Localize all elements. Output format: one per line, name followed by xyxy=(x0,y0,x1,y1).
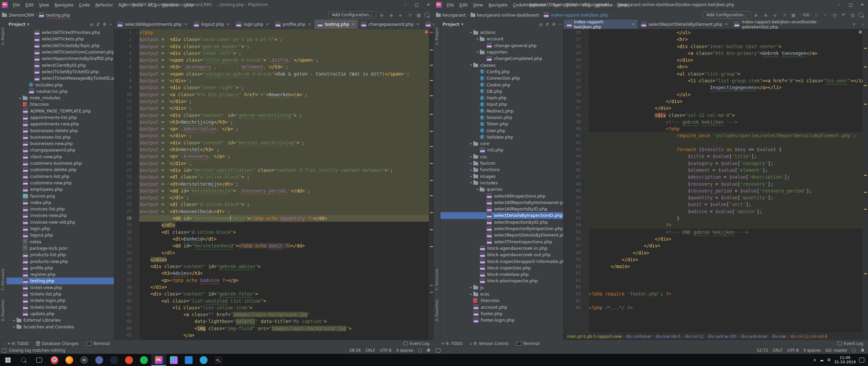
coverage-button[interactable]: ◈ xyxy=(397,13,404,18)
profiler-button[interactable]: ◔ xyxy=(781,13,788,18)
tree-item[interactable]: CRedirect.php xyxy=(440,108,563,114)
tree-item[interactable]: ▸favicon xyxy=(440,160,563,166)
tree-item[interactable]: logout.php xyxy=(6,232,114,238)
tree-item[interactable]: selectTicketByTicketID.php xyxy=(6,68,114,75)
tree-item[interactable]: ▸External Libraries xyxy=(6,317,114,323)
tree-item[interactable]: selectInspectorByInspection.php xyxy=(440,225,563,232)
taskbar-app-telegram[interactable] xyxy=(196,354,211,366)
editor-tab[interactable]: logout.php✕ xyxy=(191,20,233,29)
tree-item[interactable]: favicon.png xyxy=(6,192,114,199)
chevron-expanded-icon[interactable]: ▾ xyxy=(475,50,480,54)
tree-item[interactable]: selectReportDetailsByElement.php xyxy=(440,232,563,238)
tree-item[interactable]: testing.php xyxy=(6,278,114,284)
tree-item[interactable]: customers-business.php xyxy=(6,160,114,166)
tree-item[interactable]: ▾actions xyxy=(440,29,563,36)
tree-item[interactable]: register.php xyxy=(6,271,114,278)
tree-item[interactable]: .htaccess xyxy=(440,297,563,304)
cloud-icon[interactable]: ☁ xyxy=(820,358,824,362)
toolwindow-toggle-icon[interactable] xyxy=(2,348,6,353)
tree-item[interactable]: selectClientByID.php xyxy=(6,62,114,68)
fold-marker-icon[interactable]: ▾ xyxy=(585,146,587,153)
close-icon[interactable]: ✕ xyxy=(184,22,187,26)
fold-marker-icon[interactable]: ▾ xyxy=(136,290,138,297)
tree-item[interactable]: ▸Scratches and Consoles xyxy=(6,323,114,330)
editor-body[interactable]: 262728▾29303132▾33▾3435363738▾3940▾41424… xyxy=(564,29,868,340)
tree-item[interactable]: CConnection.php xyxy=(440,75,563,81)
tree-item[interactable]: client-view.php xyxy=(6,154,114,160)
breadcrumb-item[interactable]: testing.php xyxy=(39,12,70,18)
encoding-widget[interactable]: UTF-8 xyxy=(380,348,392,353)
tree-item[interactable]: tickets-ticket.php xyxy=(6,304,114,310)
chevron-collapsed-icon[interactable]: ▸ xyxy=(18,96,23,100)
editor-breadcrumb-item[interactable]: div.row.mb-5 xyxy=(656,334,681,339)
editor-breadcrumb-item[interactable]: div.col-12 xyxy=(685,334,704,339)
tree-item[interactable]: ▸images xyxy=(440,173,563,180)
chevron-expanded-icon[interactable]: ▾ xyxy=(469,63,473,67)
gear-icon[interactable]: ⚙ xyxy=(552,22,556,27)
taskbar-app-firefox[interactable] xyxy=(62,354,77,366)
minimize-button[interactable]: – xyxy=(833,0,845,9)
tree-item[interactable]: selectInspectionByID.php xyxy=(440,219,563,225)
tree-item[interactable]: CValidate.php xyxy=(440,134,563,140)
locate-file-icon[interactable]: ◎ xyxy=(539,22,542,27)
menu-navigate[interactable]: Navigate xyxy=(486,1,510,8)
close-button[interactable]: ✕ xyxy=(856,0,868,9)
coverage-button[interactable]: ◈ xyxy=(772,13,778,18)
tree-item[interactable]: selectAllTicketsFromCustomer.php xyxy=(6,49,114,55)
debug-button[interactable]: ◆ xyxy=(388,13,395,18)
taskbar-app-steam[interactable] xyxy=(106,354,121,366)
toolwindow-button----version-control[interactable]: Y9: Version Control xyxy=(470,341,508,346)
fold-marker-icon[interactable]: ▾ xyxy=(585,70,587,77)
editor-tab[interactable]: index-rapport-bekijken-onvoltooide-gebre… xyxy=(731,20,859,29)
caret-position-widget[interactable]: 52:72 xyxy=(757,348,768,353)
editor-body[interactable]: 1▾23456789101112131415161718192021222324… xyxy=(114,29,434,340)
readonly-lock-icon[interactable] xyxy=(427,349,430,351)
expand-collapse-icon[interactable]: ⇵ xyxy=(546,22,549,27)
locate-file-icon[interactable]: ◎ xyxy=(90,22,93,27)
encoding-widget[interactable]: UTF-8 xyxy=(787,348,799,353)
tree-item[interactable]: change-general.php xyxy=(440,42,563,49)
editor-tab[interactable]: selectAllAppointments.php✕ xyxy=(114,20,191,29)
tree-item[interactable]: customers-list.php xyxy=(6,173,114,180)
taskbar-app-datagrip[interactable] xyxy=(166,354,181,366)
tree-item[interactable]: customers-new.php xyxy=(6,180,114,186)
tree-item[interactable]: footer.php xyxy=(440,310,563,317)
profiler-button[interactable]: ◔ xyxy=(406,13,413,18)
menu-help[interactable]: Help xyxy=(182,1,196,8)
breadcrumb-item[interactable]: 2lemonCRM xyxy=(2,13,34,18)
tray-expand-icon[interactable]: ∧ xyxy=(813,358,816,362)
tree-item[interactable]: notes xyxy=(6,239,114,245)
close-icon[interactable]: ✕ xyxy=(308,22,311,26)
fold-marker-icon[interactable]: ▾ xyxy=(136,29,138,36)
tree-item[interactable]: tickets-login.php xyxy=(6,297,114,304)
menu-view[interactable]: View xyxy=(37,1,52,8)
tree-item[interactable]: index.php xyxy=(6,199,114,206)
tree-item[interactable]: ▾includes xyxy=(440,180,563,186)
tree-item[interactable]: ▸functions xyxy=(440,166,563,173)
toolwindow-toggle-icon[interactable] xyxy=(436,348,440,353)
tree-item[interactable]: tickets-list.php xyxy=(6,291,114,297)
tree-item[interactable]: CCookie.php xyxy=(440,81,563,88)
chevron-down-icon[interactable]: ▼ xyxy=(461,23,463,26)
tree-item[interactable]: login.php xyxy=(6,225,114,232)
toolstrip-project-button[interactable]: 1: Project xyxy=(1,27,5,45)
search-everywhere-icon[interactable] xyxy=(425,13,429,17)
editor-breadcrumb-item[interactable]: div.col-12.col-md-8 xyxy=(790,334,827,339)
tree-item[interactable]: account.php xyxy=(440,304,563,310)
fold-marker-icon[interactable]: ▾ xyxy=(136,263,138,270)
menu-refactor[interactable]: Refactor xyxy=(93,1,115,8)
hide-panel-icon[interactable]: ─ xyxy=(559,22,561,27)
tree-item[interactable]: ticket-view.php xyxy=(6,284,114,291)
menu-edit[interactable]: Edit xyxy=(457,1,470,8)
tree-item[interactable]: ▾classes xyxy=(440,62,563,68)
fold-marker-icon[interactable]: ▾ xyxy=(136,304,138,311)
editor-breadcrumb-item[interactable]: main.pt-5.pb-5.rapport-view xyxy=(567,334,622,339)
editor-breadcrumb-item[interactable]: div.card-inner xyxy=(741,334,768,339)
settings-icon[interactable]: ⚙ xyxy=(827,358,831,362)
tree-item[interactable]: ▾rapporten xyxy=(440,49,563,55)
chevron-collapsed-icon[interactable]: ▸ xyxy=(12,325,17,328)
toolwindow-button-terminal[interactable]: ›Terminal xyxy=(86,341,110,346)
project-tree[interactable]: selectAllTicketPriorities.phpselectAllTi… xyxy=(6,29,114,340)
chevron-expanded-icon[interactable]: ▾ xyxy=(475,188,480,191)
menu-file[interactable]: File xyxy=(11,1,22,8)
